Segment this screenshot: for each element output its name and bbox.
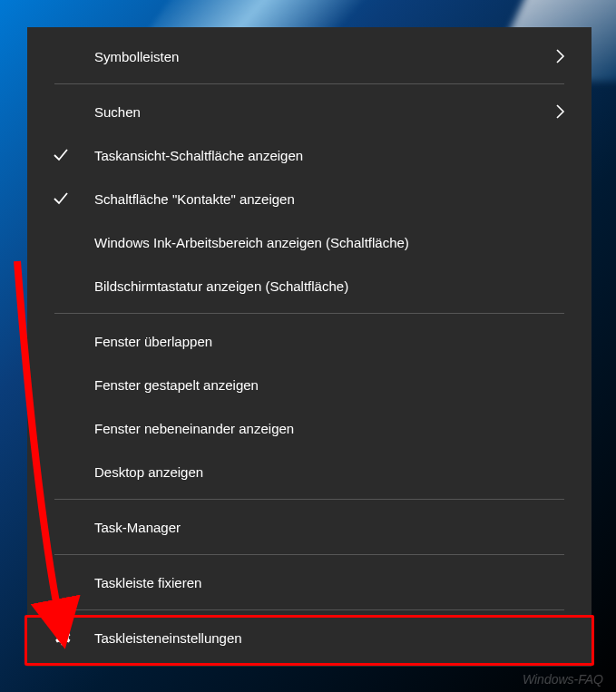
menu-item-label: Desktop anzeigen	[94, 464, 566, 480]
menu-item-symbolleisten[interactable]: Symbolleisten	[27, 34, 592, 78]
chevron-right-icon	[555, 103, 566, 120]
menu-item-label: Fenster nebeneinander anzeigen	[94, 421, 566, 436]
menu-separator	[54, 554, 564, 555]
menu-separator	[54, 609, 564, 610]
menu-separator	[54, 313, 564, 314]
menu-item-label: Windows Ink-Arbeitsbereich anzeigen (Sch…	[94, 235, 566, 250]
menu-item-taskleiste-fixieren[interactable]: Taskleiste fixieren	[27, 560, 592, 604]
menu-item-fenster-berlappen[interactable]: Fenster überlappen	[27, 319, 592, 363]
check-icon	[53, 190, 94, 207]
menu-item-label: Schaltfläche "Kontakte" anzeigen	[94, 191, 566, 207]
menu-item-desktop-anzeigen[interactable]: Desktop anzeigen	[27, 450, 592, 493]
check-icon	[53, 147, 94, 163]
menu-item-label: Taskansicht-Schaltfläche anzeigen	[94, 148, 566, 163]
gear-icon	[53, 629, 94, 647]
menu-item-label: Fenster überlappen	[94, 334, 566, 349]
menu-item-label: Taskleiste fixieren	[94, 575, 566, 590]
menu-item-label: Taskleisteneinstellungen	[94, 630, 566, 646]
menu-item-task-manager[interactable]: Task-Manager	[27, 505, 592, 549]
menu-item-label: Bildschirmtastatur anzeigen (Schaltfläch…	[94, 278, 566, 294]
menu-item-label: Task-Manager	[94, 520, 566, 535]
chevron-right-icon	[555, 48, 566, 64]
menu-separator	[54, 499, 564, 500]
menu-item-label: Symbolleisten	[94, 49, 555, 64]
menu-item-bildschirmtastatur-anzeigen-schaltfl-che[interactable]: Bildschirmtastatur anzeigen (Schaltfläch…	[27, 264, 592, 307]
watermark-text: Windows-FAQ	[523, 672, 603, 687]
menu-item-schaltfl-che-kontakte-anzeigen[interactable]: Schaltfläche "Kontakte" anzeigen	[27, 177, 592, 220]
menu-item-label: Suchen	[94, 104, 555, 120]
menu-item-fenster-nebeneinander-anzeigen[interactable]: Fenster nebeneinander anzeigen	[27, 406, 592, 450]
menu-item-fenster-gestapelt-anzeigen[interactable]: Fenster gestapelt anzeigen	[27, 363, 592, 406]
menu-item-label: Fenster gestapelt anzeigen	[94, 377, 566, 393]
menu-item-taskansicht-schaltfl-che-anzeigen[interactable]: Taskansicht-Schaltfläche anzeigen	[27, 133, 592, 177]
menu-item-windows-ink-arbeitsbereich-anzeigen-schaltfl-che[interactable]: Windows Ink-Arbeitsbereich anzeigen (Sch…	[27, 220, 592, 264]
menu-separator	[54, 83, 564, 84]
menu-item-suchen[interactable]: Suchen	[27, 90, 592, 133]
taskbar-context-menu: SymbolleistenSuchenTaskansicht-Schaltflä…	[27, 27, 592, 667]
menu-item-taskleisteneinstellungen[interactable]: Taskleisteneinstellungen	[27, 616, 592, 659]
